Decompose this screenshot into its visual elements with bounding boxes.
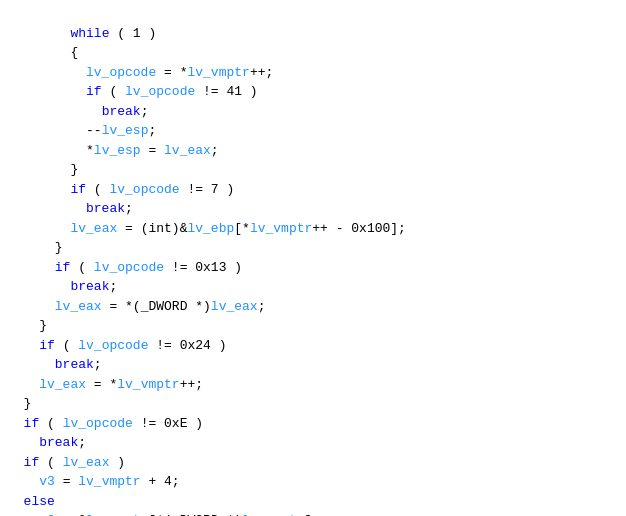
- code-line: }: [0, 238, 626, 258]
- code-line: if ( lv_eax ): [0, 453, 626, 473]
- code-line: lv_eax = *lv_vmptr++;: [0, 375, 626, 395]
- code-line: if ( lv_opcode != 0x24 ): [0, 336, 626, 356]
- code-line: break;: [0, 277, 626, 297]
- code-line: lv_eax = (int)&lv_ebp[*lv_vmptr++ - 0x10…: [0, 219, 626, 239]
- code-line: --lv_esp;: [0, 121, 626, 141]
- code-line: v3 = &lv_vmptr[*(_DWORD *)lv_vmptr];: [0, 511, 626, 516]
- code-line: break;: [0, 102, 626, 122]
- code-line: lv_eax = *(_DWORD *)lv_eax;: [0, 297, 626, 317]
- code-line: lv_opcode = *lv_vmptr++;: [0, 63, 626, 83]
- code-line: }: [0, 394, 626, 414]
- code-line: {: [0, 43, 626, 63]
- code-editor: while ( 1 ) { lv_opcode = *lv_vmptr++; i…: [0, 0, 626, 516]
- code-line: if ( lv_opcode != 0x13 ): [0, 258, 626, 278]
- code-line: while ( 1 ): [0, 24, 626, 44]
- code-line: break;: [0, 355, 626, 375]
- code-line: else: [0, 492, 626, 512]
- code-line: *lv_esp = lv_eax;: [0, 141, 626, 161]
- code-line: }: [0, 316, 626, 336]
- code-line: }: [0, 160, 626, 180]
- code-line: if ( lv_opcode != 41 ): [0, 82, 626, 102]
- code-line: if ( lv_opcode != 0xE ): [0, 414, 626, 434]
- code-line: break;: [0, 433, 626, 453]
- code-line: if ( lv_opcode != 7 ): [0, 180, 626, 200]
- code-line: v3 = lv_vmptr + 4;: [0, 472, 626, 492]
- code-line: break;: [0, 199, 626, 219]
